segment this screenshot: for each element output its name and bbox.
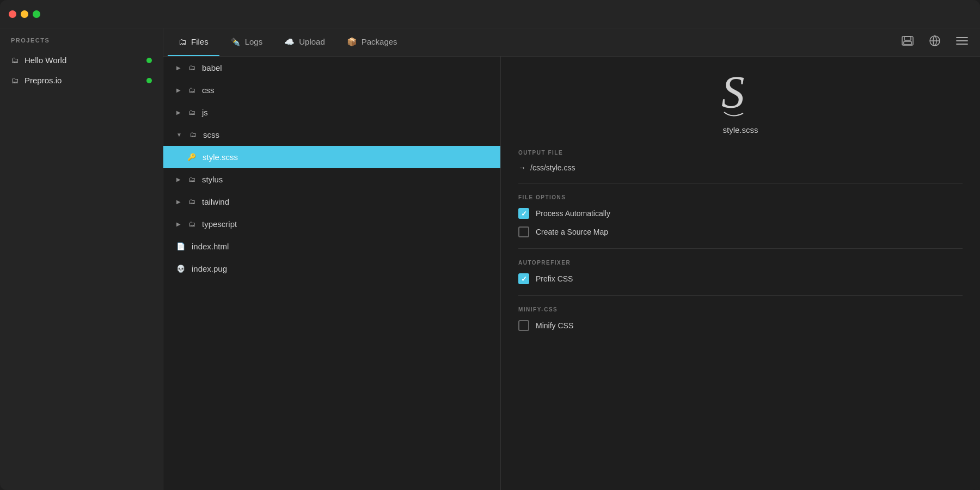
detail-filename: style.scss: [518, 125, 963, 134]
file-label: style.scss: [203, 152, 238, 162]
expand-icon: ▼: [176, 132, 182, 138]
expand-icon: ▶: [176, 109, 181, 115]
output-file-row[interactable]: → /css/style.css: [518, 163, 963, 172]
tab-logs[interactable]: ✒️ Logs: [219, 28, 274, 56]
traffic-lights: [9, 10, 40, 18]
content-area: 🗂 Files ✒️ Logs ☁️ Upload 📦 Packages: [163, 28, 980, 490]
option-label: Minify CSS: [536, 321, 573, 330]
files-and-detail: ▶ 🗂 babel ▶ 🗂 css ▶ 🗂 js: [163, 57, 980, 490]
expand-icon: ▶: [176, 65, 181, 71]
file-item-index-html[interactable]: 📄 index.html: [163, 235, 500, 258]
html-file-icon: 📄: [176, 242, 185, 250]
tab-packages-label: Packages: [362, 37, 397, 46]
titlebar: [0, 0, 980, 28]
folder-icon: 🗂: [11, 76, 19, 85]
output-path: /css/style.css: [530, 163, 575, 172]
tab-upload[interactable]: ☁️ Upload: [273, 28, 336, 56]
close-button[interactable]: [9, 10, 16, 18]
folder-icon: 🗂: [189, 131, 197, 139]
file-item-typescript[interactable]: ▶ 🗂 typescript: [163, 213, 500, 235]
tab-packages[interactable]: 📦 Packages: [336, 28, 408, 56]
file-label: babel: [202, 63, 222, 72]
divider-3: [518, 295, 963, 296]
file-label: index.pug: [192, 264, 227, 273]
expand-icon: ▶: [176, 176, 181, 182]
sidebar-item-label: Prepros.io: [24, 76, 62, 85]
tab-upload-label: Upload: [299, 37, 325, 46]
sidebar-item-label: Hello World: [24, 56, 66, 65]
file-item-babel[interactable]: ▶ 🗂 babel: [163, 57, 500, 79]
file-label: typescript: [202, 219, 237, 229]
minify-css-section: MINIFY-CSS Minify CSS: [518, 307, 963, 331]
svg-rect-1: [904, 36, 911, 40]
file-item-js[interactable]: ▶ 🗂 js: [163, 101, 500, 124]
maximize-button[interactable]: [33, 10, 40, 18]
file-label: stylus: [202, 175, 223, 184]
checkbox-minify-css[interactable]: [518, 320, 529, 331]
svg-text:S: S: [721, 70, 745, 118]
file-item-style-scss[interactable]: 🔑 style.scss: [163, 146, 500, 168]
folder-icon: 🗂: [188, 198, 195, 206]
divider-1: [518, 183, 963, 183]
save-button[interactable]: [898, 34, 917, 51]
file-item-css[interactable]: ▶ 🗂 css: [163, 79, 500, 101]
folder-icon: 🗂: [11, 56, 19, 65]
sass-logo-icon: S: [716, 70, 765, 119]
folder-icon: 🗂: [188, 220, 195, 228]
option-prefix-css[interactable]: Prefix CSS: [518, 273, 963, 284]
output-file-label: OUTPUT FILE: [518, 150, 963, 156]
file-label: scss: [203, 130, 219, 139]
menu-button[interactable]: [953, 34, 971, 51]
packages-icon: 📦: [347, 37, 357, 47]
file-label: index.html: [192, 242, 229, 251]
file-item-tailwind[interactable]: ▶ 🗂 tailwind: [163, 191, 500, 213]
tab-bar: 🗂 Files ✒️ Logs ☁️ Upload 📦 Packages: [163, 28, 980, 57]
file-item-scss[interactable]: ▼ 🗂 scss: [163, 124, 500, 146]
folder-icon: 🗂: [188, 64, 195, 72]
option-label: Prefix CSS: [536, 274, 573, 283]
tab-files[interactable]: 🗂 Files: [168, 28, 219, 56]
folder-icon: 🗂: [188, 86, 195, 94]
pug-file-icon: 💀: [176, 265, 185, 273]
option-process-auto[interactable]: Process Automatically: [518, 208, 963, 219]
status-dot-hello-world: [146, 58, 152, 63]
network-button[interactable]: [926, 33, 944, 52]
option-source-map[interactable]: Create a Source Map: [518, 226, 963, 237]
sidebar-item-prepros-io[interactable]: 🗂 Prepros.io: [0, 70, 163, 90]
detail-panel: S style.scss OUTPUT FILE → /css/style.cs…: [501, 57, 980, 490]
arrow-icon: →: [518, 163, 526, 172]
expand-icon: ▶: [176, 199, 181, 205]
sidebar: Projects 🗂 Hello World 🗂 Prepros.io: [0, 28, 163, 490]
file-label: tailwind: [202, 197, 229, 206]
minify-css-label: MINIFY-CSS: [518, 307, 963, 313]
folder-icon: 🗂: [188, 175, 195, 183]
files-panel: ▶ 🗂 babel ▶ 🗂 css ▶ 🗂 js: [163, 57, 501, 490]
checkbox-source-map[interactable]: [518, 226, 529, 237]
status-dot-prepros-io: [146, 78, 152, 83]
file-options-label: FILE OPTIONS: [518, 194, 963, 200]
main-layout: Projects 🗂 Hello World 🗂 Prepros.io 🗂 Fi…: [0, 28, 980, 490]
minimize-button[interactable]: [21, 10, 28, 18]
file-item-stylus[interactable]: ▶ 🗂 stylus: [163, 168, 500, 191]
checkbox-prefix-css[interactable]: [518, 273, 529, 284]
option-label: Create a Source Map: [536, 228, 608, 236]
sidebar-header: Projects: [0, 28, 163, 50]
sidebar-item-hello-world[interactable]: 🗂 Hello World: [0, 50, 163, 70]
files-icon: 🗂: [179, 37, 187, 46]
file-item-index-pug[interactable]: 💀 index.pug: [163, 258, 500, 280]
logs-icon: ✒️: [230, 37, 241, 47]
expand-icon: ▶: [176, 87, 181, 93]
option-minify-css[interactable]: Minify CSS: [518, 320, 963, 331]
autoprefixer-label: AUTOPREFIXER: [518, 260, 963, 266]
file-label: js: [202, 108, 208, 117]
option-label: Process Automatically: [536, 209, 610, 218]
tabs-left: 🗂 Files ✒️ Logs ☁️ Upload 📦 Packages: [168, 28, 408, 56]
file-options-section: FILE OPTIONS Process Automatically Creat…: [518, 194, 963, 237]
tabs-right: [898, 28, 976, 56]
tab-logs-label: Logs: [245, 37, 263, 46]
tab-files-label: Files: [191, 37, 209, 46]
folder-icon: 🗂: [188, 108, 195, 117]
checkbox-process-auto[interactable]: [518, 208, 529, 219]
autoprefixer-section: AUTOPREFIXER Prefix CSS: [518, 260, 963, 284]
expand-icon: ▶: [176, 221, 181, 227]
